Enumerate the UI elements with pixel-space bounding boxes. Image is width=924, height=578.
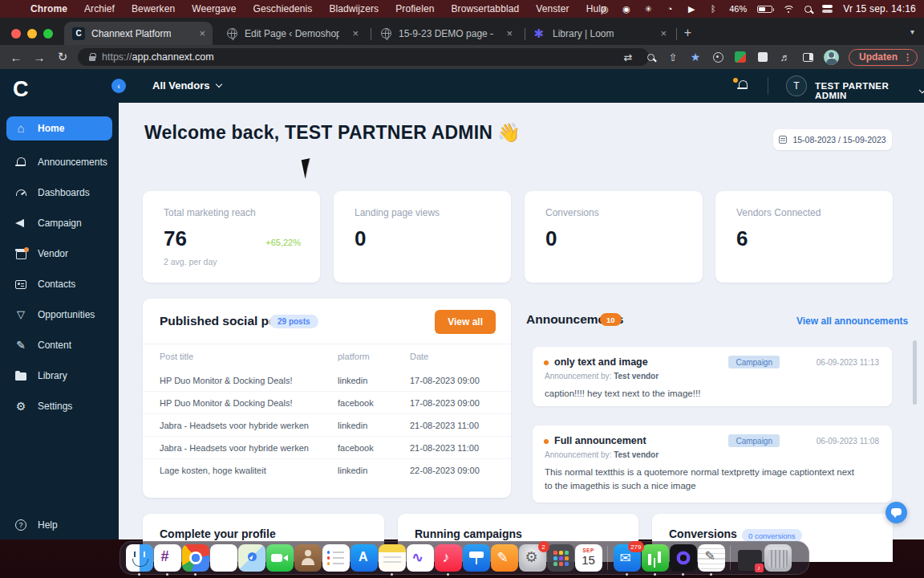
tab-search-chevron-icon[interactable]: ▾: [910, 27, 914, 36]
dock-launchpad-icon[interactable]: [546, 541, 574, 575]
tab-close-icon[interactable]: ×: [660, 27, 667, 39]
puzzle-extension-icon[interactable]: [756, 51, 769, 63]
channext-logo[interactable]: C: [13, 77, 29, 102]
sidebar-item-settings[interactable]: ⚙ Settings: [0, 391, 119, 421]
window-zoom-button[interactable]: [43, 29, 53, 39]
loom-status-icon[interactable]: ◎: [599, 3, 610, 14]
dock-maps-icon[interactable]: [237, 541, 265, 575]
announcements-scrollbar[interactable]: [913, 340, 917, 405]
reload-icon[interactable]: ↻: [55, 50, 70, 64]
date-range-picker[interactable]: 15-08-2023 / 15-09-2023: [773, 129, 892, 150]
announcement-card[interactable]: only text and image Campaign 06-09-2023 …: [533, 347, 892, 406]
vendor-filter-dropdown[interactable]: All Vendors: [152, 79, 221, 92]
user-avatar[interactable]: T: [786, 75, 807, 96]
dock-slack-icon[interactable]: [153, 541, 181, 575]
tab-demo-page[interactable]: 15-9-23 DEMO page – banner ×: [371, 22, 520, 45]
dock-photos-icon[interactable]: [209, 541, 237, 575]
sidebar-item-opportunities[interactable]: ▽ Opportunities: [0, 299, 119, 330]
dock-textedit-icon[interactable]: [697, 541, 725, 575]
user-menu[interactable]: TEST PARTNER ADMIN: [815, 81, 924, 100]
dock-facetime-icon[interactable]: [265, 541, 294, 575]
chat-widget-button[interactable]: [886, 502, 907, 523]
menu-bewerken[interactable]: Bewerken: [132, 3, 175, 14]
browser-profile-avatar[interactable]: [824, 50, 839, 65]
sidebar-item-help[interactable]: Help: [0, 510, 119, 540]
lock-icon[interactable]: [89, 56, 95, 61]
address-bar[interactable]: https://app.channext.com: [78, 48, 649, 66]
dock-keynote-icon[interactable]: [462, 541, 490, 575]
tab-library-loom[interactable]: ✱ Library | Loom ×: [525, 22, 674, 45]
control-center-icon[interactable]: [822, 5, 833, 14]
sidebar-item-library[interactable]: Library: [0, 360, 119, 391]
dock-system-settings-icon[interactable]: 2: [518, 541, 546, 575]
view-all-announcements-link[interactable]: View all announcements: [796, 315, 908, 327]
sidebar-item-campaign[interactable]: Campaign: [0, 208, 119, 238]
table-row[interactable]: HP Duo Monitor & Docking Deals! facebook…: [143, 392, 511, 414]
dock-trash-icon[interactable]: [764, 541, 792, 575]
side-panel-icon[interactable]: [801, 51, 814, 63]
bluetooth-icon[interactable]: ᛒ: [707, 3, 719, 14]
menu-weergave[interactable]: Weergave: [192, 3, 236, 14]
dock-contacts-icon[interactable]: [294, 541, 322, 575]
announcement-card[interactable]: Full announcement Campaign 06-09-2023 11…: [533, 425, 892, 503]
translate-icon[interactable]: ⇄: [622, 51, 634, 63]
menu-chrome[interactable]: Chrome: [30, 3, 67, 14]
bookmark-star-icon[interactable]: ★: [689, 51, 702, 63]
window-close-button[interactable]: [11, 29, 21, 39]
tab-close-icon[interactable]: ×: [199, 27, 205, 39]
menu-geschiedenis[interactable]: Geschiedenis: [253, 3, 312, 14]
menu-archief[interactable]: Archief: [84, 3, 115, 14]
zoom-icon[interactable]: [644, 51, 657, 63]
spotlight-search-icon[interactable]: [804, 6, 812, 13]
forward-icon[interactable]: →: [32, 51, 47, 64]
menu-browsertabblad[interactable]: Browsertabblad: [451, 3, 519, 14]
sidebar-item-vendor[interactable]: Vendor: [0, 238, 119, 269]
window-minimize-button[interactable]: [27, 29, 37, 39]
dock-numbers-icon[interactable]: [641, 541, 669, 575]
shopping-extension-icon[interactable]: [734, 51, 747, 63]
table-row[interactable]: Jabra - Headsets voor hybride werken lin…: [143, 414, 511, 437]
sidebar-item-contacts[interactable]: Contacts: [0, 269, 119, 299]
dock-music-file-window-icon[interactable]: [736, 541, 764, 575]
dock-freeform-icon[interactable]: [406, 541, 434, 575]
chrome-update-button[interactable]: Updaten ⋮: [849, 49, 918, 66]
dock-music-icon[interactable]: [434, 541, 462, 575]
dock-pages-icon[interactable]: [490, 541, 518, 575]
back-icon[interactable]: ←: [9, 51, 23, 64]
table-row[interactable]: HP Duo Monitor & Docking Deals! linkedin…: [143, 369, 511, 392]
sidebar-item-announcements[interactable]: Announcements: [0, 147, 119, 177]
menu-bladwijzers[interactable]: Bladwijzers: [329, 3, 379, 14]
wifi-icon[interactable]: [783, 5, 794, 14]
screen-lock-status-icon[interactable]: ◔: [664, 3, 675, 14]
sidebar-item-content[interactable]: ✎ Content: [0, 330, 119, 360]
table-row[interactable]: Lage kosten, hoge kwaliteit linkedin 22-…: [143, 459, 511, 482]
menubar-clock[interactable]: Vr 15 sep. 14:16: [843, 3, 916, 14]
play-status-icon[interactable]: ▶: [686, 3, 697, 14]
dock-calendar-icon[interactable]: SEP15: [574, 541, 602, 575]
tab-channext-platform[interactable]: C Channext Platform ×: [64, 22, 213, 45]
menu-venster[interactable]: Venster: [536, 3, 569, 14]
browser-menu-icon[interactable]: ⋮: [903, 52, 912, 63]
tab-close-icon[interactable]: ×: [506, 27, 513, 39]
tab-close-icon[interactable]: ×: [352, 27, 359, 39]
dock-chrome-icon[interactable]: [181, 541, 209, 575]
view-all-posts-button[interactable]: View all: [435, 310, 496, 334]
sidebar-item-home[interactable]: ⌂ Home: [6, 116, 112, 140]
new-tab-button[interactable]: +: [681, 26, 695, 40]
media-list-icon[interactable]: ♬: [779, 51, 792, 63]
menu-profielen[interactable]: Profielen: [395, 3, 434, 14]
tab-edit-page-demoshop[interactable]: Edit Page ‹ Demoshop — Word ×: [217, 22, 366, 45]
dock-reminders-icon[interactable]: [322, 541, 350, 575]
asterisk-status-icon[interactable]: ✳: [642, 3, 654, 14]
share-icon[interactable]: ⇧: [667, 51, 679, 63]
loom-extension-icon[interactable]: [711, 51, 724, 63]
dock-app-store-icon[interactable]: [350, 541, 378, 575]
dock-notes-icon[interactable]: [378, 541, 406, 575]
sidebar-item-dashboards[interactable]: Dashboards: [0, 177, 119, 208]
dock-mail-icon[interactable]: 279: [613, 541, 641, 575]
table-row[interactable]: Jabra - Headsets voor hybride werken fac…: [143, 437, 511, 459]
sidebar-collapse-button[interactable]: ‹: [111, 79, 126, 93]
dock-purple-circle-app-icon[interactable]: [669, 541, 697, 575]
record-status-icon[interactable]: ◉: [621, 3, 632, 14]
dock-finder-icon[interactable]: [125, 541, 153, 575]
